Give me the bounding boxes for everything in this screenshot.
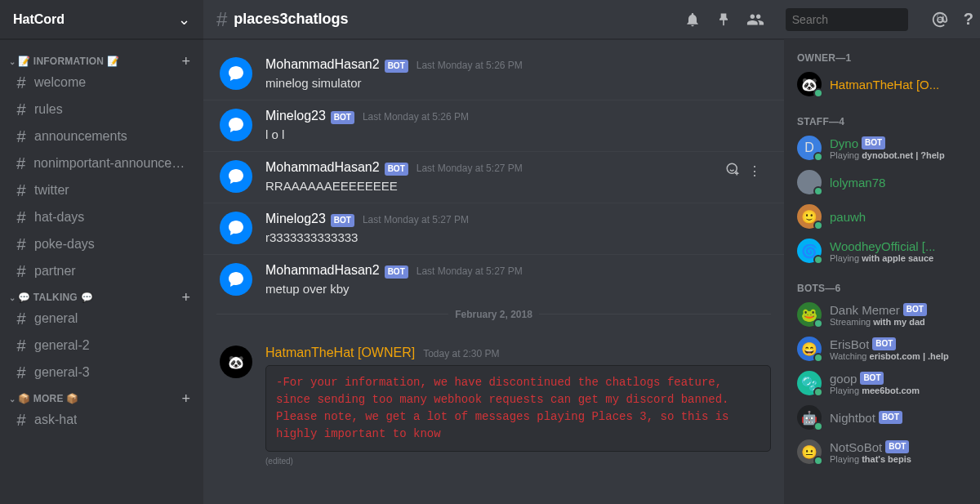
bot-tag: BOT <box>903 303 927 316</box>
members-icon[interactable] <box>746 11 764 29</box>
status-indicator <box>813 456 823 466</box>
server-header[interactable]: HatCord ⌄ <box>0 0 203 39</box>
message: Minelog23BOTLast Monday at 5:26 PMl o l <box>203 100 784 151</box>
avatar[interactable] <box>220 57 252 90</box>
category-name: 📝 INFORMATION 📝 <box>18 56 119 67</box>
member-activity: Playing dynobot.net | ?help <box>830 150 967 160</box>
member-item[interactable]: 😐NotSoBotBOTPlaying that's bepis <box>791 435 973 469</box>
search-box[interactable] <box>786 8 908 31</box>
message: MohammadHasan2BOTLast Monday at 5:27 PMR… <box>203 151 784 203</box>
channel-name: places3chatlogs <box>234 11 348 28</box>
react-icon[interactable] <box>725 162 740 180</box>
status-indicator <box>813 152 823 162</box>
avatar[interactable] <box>220 109 252 141</box>
channel-item[interactable]: #general-3 <box>7 359 194 386</box>
channel-label: rules <box>34 102 63 117</box>
message-timestamp: Last Monday at 5:26 PM <box>416 60 523 71</box>
status-indicator <box>813 353 823 363</box>
category-name: 💬 TALKING 💬 <box>18 292 93 303</box>
category-header[interactable]: ⌄📝 INFORMATION 📝+ <box>7 54 194 69</box>
mentions-icon[interactable] <box>931 11 949 29</box>
bot-tag: BOT <box>862 136 885 149</box>
member-item[interactable]: 🤖NightbotBOT <box>791 400 973 435</box>
avatar[interactable] <box>220 212 252 244</box>
member-name: lolyman78 <box>830 176 885 190</box>
search-input[interactable] <box>792 13 935 26</box>
member-item[interactable]: lolyman78 <box>791 165 973 199</box>
member-item[interactable]: 🌀WoodheyOfficial [...Playing with apple … <box>791 234 973 268</box>
avatar: 😐 <box>797 439 822 464</box>
channel-label: general-3 <box>34 365 90 380</box>
channel-label: nonimportant-announcem... <box>33 156 187 171</box>
message-author[interactable]: MohammadHasan2 <box>265 57 380 72</box>
channel-item[interactable]: #partner <box>7 258 194 284</box>
bot-tag: BOT <box>331 111 354 124</box>
more-icon[interactable]: ⋮ <box>748 163 760 179</box>
add-channel-icon[interactable]: + <box>181 292 190 303</box>
channel-item[interactable]: #announcements <box>7 123 194 149</box>
members-list[interactable]: OWNER—1🐼HatmanTheHat [O...STAFF—4DDynoBO… <box>784 39 980 504</box>
status-indicator <box>813 319 823 328</box>
message-author[interactable]: Minelog23 <box>265 212 326 226</box>
help-icon[interactable]: ? <box>964 10 973 29</box>
add-channel-icon[interactable]: + <box>181 393 190 404</box>
bot-tag: BOT <box>385 265 408 279</box>
channel-list[interactable]: ⌄📝 INFORMATION 📝+#welcome#rules#announce… <box>0 39 203 504</box>
member-name: Nightbot <box>830 411 875 425</box>
channel-item[interactable]: #nonimportant-announcem... <box>7 150 194 176</box>
member-name: NotSoBot <box>830 440 882 454</box>
message-timestamp: Last Monday at 5:27 PM <box>416 163 523 174</box>
message-author[interactable]: Minelog23 <box>265 109 326 123</box>
avatar[interactable]: 🐼 <box>220 346 252 378</box>
hash-icon: # <box>13 208 29 227</box>
member-name: Dyno <box>830 136 858 150</box>
category-header[interactable]: ⌄💬 TALKING 💬+ <box>7 290 194 305</box>
member-activity: Playing that's bepis <box>830 454 967 464</box>
member-item[interactable]: 😄ErisBotBOTWatching erisbot.com | .help <box>791 332 973 366</box>
category-header[interactable]: ⌄📦 MORE 📦+ <box>7 391 194 406</box>
message-author[interactable]: MohammadHasan2 <box>265 263 380 278</box>
avatar[interactable] <box>220 160 252 193</box>
bot-tag: BOT <box>860 372 884 385</box>
avatar[interactable] <box>220 263 252 296</box>
message: Minelog23BOTLast Monday at 5:27 PMr33333… <box>203 203 784 254</box>
member-item[interactable]: 🫧goopBOTPlaying mee6bot.com <box>791 366 973 400</box>
hash-icon: # <box>13 127 29 146</box>
chevron-down-icon: ⌄ <box>8 395 16 404</box>
message-text: minelog simulator <box>265 74 771 91</box>
status-indicator <box>813 221 823 230</box>
channel-item[interactable]: #ask-hat <box>7 407 194 433</box>
channel-item[interactable]: #poke-days <box>7 231 194 257</box>
bot-tag: BOT <box>385 163 408 176</box>
message-author[interactable]: MohammadHasan2 <box>265 160 380 175</box>
status-indicator <box>813 255 823 265</box>
chevron-down-icon: ⌄ <box>178 11 190 29</box>
member-item[interactable]: 🐼HatmanTheHat [O... <box>791 67 973 101</box>
channel-item[interactable]: #rules <box>7 96 194 123</box>
hash-icon: # <box>13 154 29 173</box>
channel-label: general <box>34 311 78 326</box>
avatar: 🤖 <box>797 405 822 430</box>
channel-item[interactable]: #general-2 <box>7 332 194 359</box>
channel-item[interactable]: #welcome <box>7 69 194 96</box>
channel-label: welcome <box>34 75 86 90</box>
member-item[interactable]: 🐸Dank MemerBOTStreaming with my dad <box>791 297 973 332</box>
chat-messages[interactable]: MohammadHasan2BOTLast Monday at 5:26 PMm… <box>203 39 784 504</box>
channel-label: hat-days <box>34 210 84 225</box>
channel-item[interactable]: #twitter <box>7 177 194 203</box>
channel-item[interactable]: #hat-days <box>7 204 194 230</box>
code-block: -For your information, we have discontin… <box>265 365 771 452</box>
message-timestamp: Today at 2:30 PM <box>423 348 499 359</box>
pin-icon[interactable] <box>715 11 732 28</box>
message-author[interactable]: HatmanTheHat [OWNER] <box>265 346 415 360</box>
channel-label: ask-hat <box>34 413 77 427</box>
member-item[interactable]: 🙂pauwh <box>791 199 973 234</box>
add-channel-icon[interactable]: + <box>181 56 190 67</box>
member-item[interactable]: DDynoBOTPlaying dynobot.net | ?help <box>791 131 973 165</box>
member-activity: Watching erisbot.com | .help <box>830 351 967 361</box>
hash-icon: # <box>13 100 29 119</box>
channel-item[interactable]: #general <box>7 306 194 332</box>
channel-label: twitter <box>34 183 69 198</box>
message: MohammadHasan2BOTLast Monday at 5:27 PMm… <box>203 254 784 306</box>
bell-icon[interactable] <box>684 11 701 28</box>
